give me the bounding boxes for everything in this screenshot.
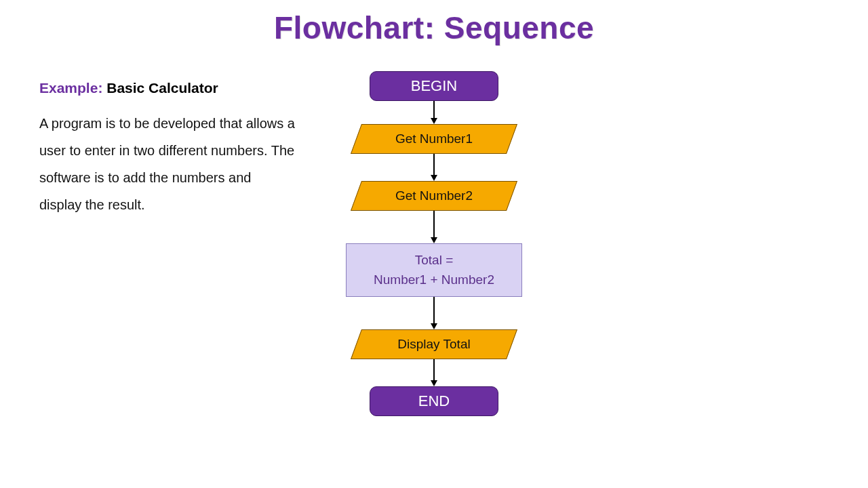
arrow-icon — [431, 154, 437, 181]
arrow-icon — [431, 359, 437, 386]
process-line2: Number1 + Number2 — [352, 270, 516, 290]
example-panel: Example: Basic Calculator A program is t… — [39, 80, 297, 218]
io-label: Display Total — [356, 329, 512, 359]
page-title: Flowchart: Sequence — [0, 0, 868, 46]
io-get-number1: Get Number1 — [356, 124, 512, 154]
io-get-number2: Get Number2 — [356, 181, 512, 211]
arrow-icon — [431, 297, 437, 329]
process-line1: Total = — [352, 251, 516, 270]
terminator-end: END — [370, 386, 498, 416]
example-description: A program is to be developed that allows… — [39, 110, 297, 218]
terminator-begin: BEGIN — [370, 71, 498, 101]
io-display-total: Display Total — [356, 329, 512, 359]
example-heading: Example: Basic Calculator — [39, 80, 297, 96]
process-total: Total = Number1 + Number2 — [346, 243, 522, 297]
arrow-icon — [431, 101, 437, 124]
example-label: Example: — [39, 80, 102, 96]
example-name: Basic Calculator — [106, 80, 218, 96]
arrow-icon — [431, 211, 437, 243]
io-label: Get Number1 — [356, 124, 512, 154]
flowchart: BEGIN Get Number1 Get Number2 Total = Nu… — [326, 71, 542, 416]
io-label: Get Number2 — [356, 181, 512, 211]
